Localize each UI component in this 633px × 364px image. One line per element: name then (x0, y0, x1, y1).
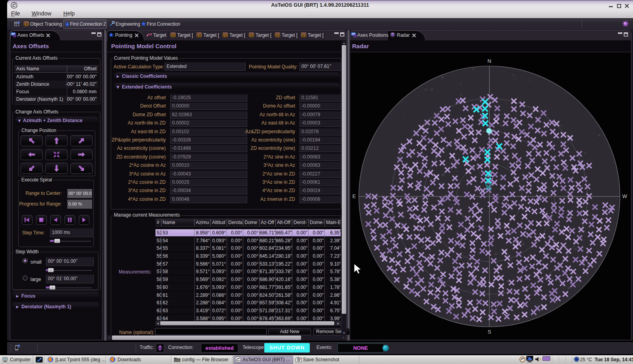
svg-text:N: N (487, 58, 491, 64)
svg-text:W: W (622, 193, 627, 199)
svg-text:S: S (488, 329, 491, 335)
svg-text:E: E (353, 193, 356, 199)
